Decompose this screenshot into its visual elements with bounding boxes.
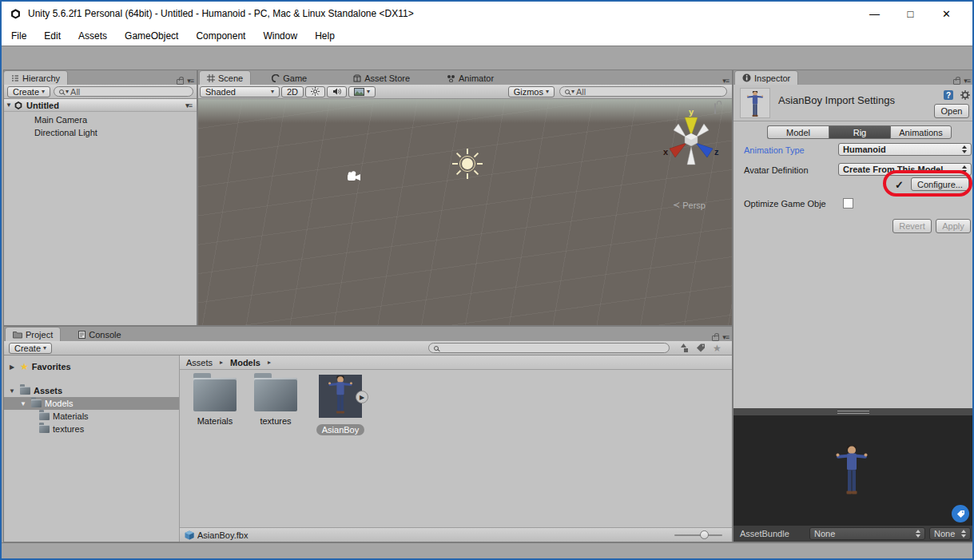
expander-icon[interactable]: ▼ xyxy=(4,101,14,109)
axis-y-label: y xyxy=(689,107,694,117)
help-icon[interactable]: ? xyxy=(943,89,954,101)
tab-project[interactable]: Project xyxy=(6,328,60,341)
menu-window[interactable]: Window xyxy=(263,30,297,42)
svg-text:?: ? xyxy=(946,91,951,100)
tab-animations[interactable]: Animations xyxy=(890,125,952,139)
tab-inspector[interactable]: Inspector xyxy=(735,71,797,85)
menu-file[interactable]: File xyxy=(11,30,26,42)
gizmos-dropdown[interactable]: Gizmos ▾ xyxy=(508,86,555,97)
updown-arrows-icon xyxy=(960,530,966,538)
revert-button[interactable]: Revert xyxy=(893,219,932,233)
optimize-checkbox[interactable] xyxy=(843,198,853,209)
tab-asset-store[interactable]: Asset Store xyxy=(346,71,417,85)
scene-grid-icon xyxy=(207,74,215,82)
project-tree-materials[interactable]: Materials xyxy=(4,410,179,423)
tab-animator[interactable]: Animator xyxy=(439,71,501,85)
pane-menu-icon[interactable]: ▾≡ xyxy=(722,77,729,85)
scene-viewport[interactable]: y x z ≺ Persp xyxy=(198,99,732,325)
breadcrumb-arrow-icon: ▸ xyxy=(217,359,226,366)
project-tree-models[interactable]: ▼ Models xyxy=(4,397,179,410)
updown-arrows-icon xyxy=(961,145,967,153)
chevron-down-icon: ▾ xyxy=(42,88,45,95)
preview-resize-handle[interactable] xyxy=(733,408,973,415)
project-toolbar: Create ▾ ★ xyxy=(4,341,732,355)
asset-textures[interactable]: textures xyxy=(251,378,300,426)
search-filter-arrow-icon: ▾ xyxy=(571,88,574,95)
expander-icon[interactable]: ▼ xyxy=(7,387,17,395)
apply-button[interactable]: Apply xyxy=(936,219,971,233)
camera-gizmo-icon[interactable] xyxy=(346,171,362,183)
project-tree-textures[interactable]: textures xyxy=(4,423,179,435)
scene-effects-dropdown[interactable]: ▾ xyxy=(348,86,376,97)
scene-header-row[interactable]: ▼ Untitled ▾≡ xyxy=(4,99,197,112)
expander-icon[interactable]: ▼ xyxy=(18,400,28,407)
chevron-down-icon: ▾ xyxy=(546,88,549,95)
project-status-bar: AsianBoy.fbx xyxy=(180,527,732,542)
tab-game[interactable]: Game xyxy=(264,71,314,85)
scene-audio-button[interactable] xyxy=(327,86,347,97)
maximize-button[interactable]: □ xyxy=(893,8,928,20)
menu-help[interactable]: Help xyxy=(315,30,335,42)
lock-icon[interactable] xyxy=(953,79,960,85)
tab-model[interactable]: Model xyxy=(767,125,829,139)
model-preview[interactable] xyxy=(733,415,973,526)
breadcrumb-models[interactable]: Models xyxy=(230,358,260,367)
search-icon xyxy=(59,89,64,94)
perspective-label[interactable]: ≺ Persp xyxy=(673,200,706,210)
tab-hierarchy[interactable]: Hierarchy xyxy=(4,71,67,85)
lock-icon[interactable] xyxy=(712,336,719,341)
tab-rig[interactable]: Rig xyxy=(829,125,890,139)
project-create-button[interactable]: Create ▾ xyxy=(9,343,52,354)
lock-icon[interactable] xyxy=(177,79,184,85)
folder-icon xyxy=(39,425,50,433)
scene-search-value: All xyxy=(576,87,586,97)
project-search-input[interactable] xyxy=(428,343,670,353)
directional-light-gizmo-icon[interactable] xyxy=(451,147,484,181)
scene-search-input[interactable]: ▾ All xyxy=(559,86,727,97)
hierarchy-item-directional-light[interactable]: Directional Light xyxy=(4,126,197,139)
scene-orientation-gizmo[interactable]: y x z xyxy=(663,107,719,173)
search-by-label-icon[interactable] xyxy=(696,344,706,353)
assetbundle-tag-icon[interactable] xyxy=(952,505,969,522)
asset-materials[interactable]: Materials xyxy=(190,378,240,426)
menu-gameobject[interactable]: GameObject xyxy=(125,30,178,42)
scene-lock-icon[interactable] xyxy=(714,104,716,113)
pane-menu-icon[interactable]: ▾≡ xyxy=(964,77,970,85)
menu-component[interactable]: Component xyxy=(196,30,245,42)
hierarchy-item-main-camera[interactable]: Main Camera xyxy=(4,113,197,126)
asset-asianboy[interactable]: ▶ AsianBoy xyxy=(312,373,369,435)
saved-search-star-icon[interactable]: ★ xyxy=(713,343,722,354)
hierarchy-create-button[interactable]: Create ▾ xyxy=(7,86,50,97)
assetbundle-variant-dropdown[interactable]: None xyxy=(929,527,971,540)
speaker-icon xyxy=(332,87,341,96)
selected-file-name: AsianBoy.fbx xyxy=(197,530,248,540)
gear-icon[interactable] xyxy=(960,89,971,101)
open-button[interactable]: Open xyxy=(934,104,969,118)
pane-menu-icon[interactable]: ▾≡ xyxy=(187,77,193,85)
project-tree-favorites[interactable]: ▶ ★ Favorites xyxy=(4,360,179,373)
window-title: Unity 5.6.2f1 Personal (64bit) - Untitle… xyxy=(28,8,414,19)
2d-toggle-button[interactable]: 2D xyxy=(281,86,304,97)
minimize-button[interactable]: — xyxy=(857,8,893,20)
scene-lighting-button[interactable] xyxy=(305,86,325,97)
menu-assets[interactable]: Assets xyxy=(78,30,107,42)
scene-menu-icon[interactable]: ▾≡ xyxy=(185,101,192,109)
draw-mode-dropdown[interactable]: Shaded ▾ xyxy=(200,86,280,97)
expander-icon[interactable]: ▶ xyxy=(7,363,17,371)
menu-edit[interactable]: Edit xyxy=(44,30,61,42)
pane-menu-icon[interactable]: ▾≡ xyxy=(722,333,729,341)
slider-thumb[interactable] xyxy=(700,530,709,539)
thumbnail-size-slider[interactable] xyxy=(674,534,722,536)
project-tree-assets[interactable]: ▼ Assets xyxy=(4,384,179,397)
main-toolbar: Center Global xyxy=(2,46,972,70)
close-button[interactable]: ✕ xyxy=(928,8,964,20)
hierarchy-search-input[interactable]: ▾ All xyxy=(54,86,193,97)
asset-expand-icon[interactable]: ▶ xyxy=(356,391,368,403)
assetbundle-dropdown[interactable]: None xyxy=(809,527,925,540)
search-by-type-icon[interactable] xyxy=(679,344,690,353)
tab-scene[interactable]: Scene xyxy=(200,71,250,85)
import-tabs: Model Rig Animations xyxy=(767,125,952,139)
animation-type-dropdown[interactable]: Humanoid xyxy=(838,143,972,156)
tab-console[interactable]: Console xyxy=(71,328,128,341)
breadcrumb-assets[interactable]: Assets xyxy=(186,358,213,367)
